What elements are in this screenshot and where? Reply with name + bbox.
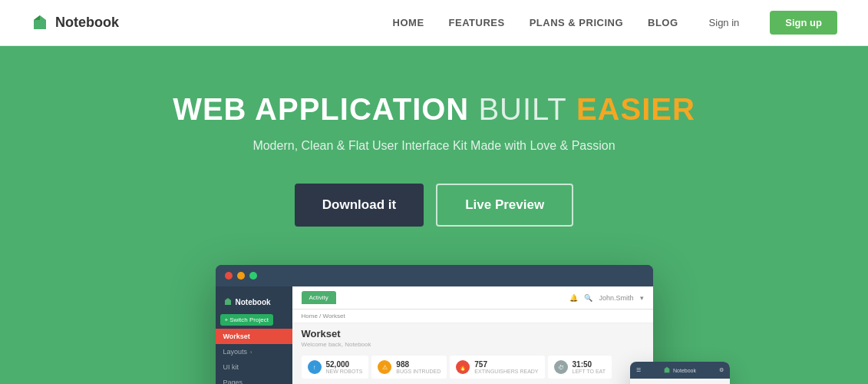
stat-info-0: 52,000 NEW ROBOTS (326, 360, 363, 374)
window-dot-red (225, 272, 233, 280)
brand: Notebook (31, 14, 119, 32)
app-window: Notebook + Switch Project Workset Layout… (216, 265, 653, 384)
sidebar-layouts-label: Layouts (223, 348, 248, 356)
chevron-icon: › (250, 349, 252, 355)
mobile-brand-name: Notebook (673, 368, 696, 373)
stat-icon-1: ⚠ (378, 360, 391, 374)
hamburger-icon: ☰ (636, 367, 641, 373)
stat-card-3: ⏱ 31:50 LEFT TO EAT (548, 356, 612, 379)
tab-bar: Activity (302, 291, 336, 304)
notification-icon: 🔔 (569, 294, 578, 302)
hero-title-part1: WEB APPLICATION (173, 92, 469, 126)
navbar: Notebook HOME FEATURES PLANS & PRICING B… (0, 0, 868, 46)
sidebar-pages-label: Pages (223, 379, 243, 384)
nav-features[interactable]: FEATURES (449, 17, 505, 28)
hero-subtitle: Modern, Clean & Flat User Interface Kit … (252, 139, 615, 153)
mobile-preview: ☰ Notebook ⚙ (630, 362, 730, 384)
stats-row: ↑ 52,000 NEW ROBOTS ⚠ 988 BUGS INTRUDED (292, 353, 653, 382)
hero-section: WEB APPLICATION BUILT EASIER Modern, Cle… (0, 46, 868, 384)
stat-label-1: BUGS INTRUDED (396, 369, 441, 374)
app-preview: Notebook + Switch Project Workset Layout… (216, 265, 653, 384)
app-sidebar: Notebook + Switch Project Workset Layout… (216, 286, 292, 384)
stat-info-3: 31:50 LEFT TO EAT (573, 360, 606, 374)
tab-activity[interactable]: Activity (302, 291, 336, 304)
sidebar-uikit-label: UI kit (223, 363, 239, 371)
sidebar-item-uikit[interactable]: UI kit (216, 359, 292, 375)
sidebar-item-workset[interactable]: Workset (216, 329, 292, 344)
window-dot-green (249, 272, 257, 280)
brand-name: Notebook (55, 15, 119, 31)
stat-number-1: 988 (396, 360, 441, 369)
signin-link[interactable]: Sign in (709, 17, 740, 28)
hero-title-easier: EASIER (576, 92, 695, 126)
workset-subtitle: Welcome back, Notebook (292, 341, 653, 353)
hero-title: WEB APPLICATION BUILT EASIER (173, 92, 695, 127)
stat-icon-2: 🔥 (456, 360, 470, 374)
sidebar-brand: Notebook (216, 293, 292, 311)
nav-blog[interactable]: BLOG (648, 17, 678, 28)
user-chevron-icon: ▾ (640, 294, 644, 302)
download-button[interactable]: Download it (295, 184, 424, 227)
nav-home[interactable]: HOME (393, 17, 424, 28)
brand-logo-icon (31, 14, 49, 32)
breadcrumb: Home / Workset (292, 310, 653, 323)
stat-number-0: 52,000 (326, 360, 363, 369)
topbar-icons: 🔔 🔍 John.Smith ▾ (569, 294, 643, 302)
stat-info-1: 988 BUGS INTRUDED (396, 360, 441, 374)
window-titlebar (216, 265, 653, 286)
mobile-body (630, 379, 730, 384)
stat-icon-0: ↑ (308, 360, 322, 374)
nav-plans[interactable]: PLANS & PRICING (530, 17, 623, 28)
add-icon: + (225, 316, 229, 323)
main-topbar: Activity 🔔 🔍 John.Smith ▾ (292, 286, 653, 310)
stat-number-3: 31:50 (573, 360, 606, 369)
stat-label-0: NEW ROBOTS (326, 369, 363, 374)
stat-label-3: LEFT TO EAT (573, 369, 606, 374)
signup-button[interactable]: Sign up (770, 11, 837, 35)
mobile-topbar: ☰ Notebook ⚙ (630, 362, 730, 379)
mobile-settings-icon: ⚙ (719, 367, 724, 373)
hero-buttons: Download it Live Preview (295, 184, 573, 227)
sidebar-add-label: Switch Project (229, 316, 269, 323)
live-preview-button[interactable]: Live Preview (436, 184, 573, 227)
sidebar-item-pages[interactable]: Pages (216, 375, 292, 384)
stat-card-1: ⚠ 988 BUGS INTRUDED (371, 356, 447, 379)
stat-card-0: ↑ 52,000 NEW ROBOTS (302, 356, 369, 379)
hero-title-built: BUILT (478, 92, 566, 126)
main-content: Activity 🔔 🔍 John.Smith ▾ Home / Workset… (292, 286, 653, 384)
user-avatar: John.Smith (599, 294, 633, 302)
svg-marker-3 (665, 367, 670, 373)
stat-icon-3: ⏱ (554, 360, 568, 374)
svg-marker-2 (225, 298, 231, 305)
stat-number-2: 757 (474, 360, 538, 369)
sidebar-logo-icon (223, 297, 233, 306)
workset-title: Workset (292, 323, 653, 341)
nav-links: HOME FEATURES PLANS & PRICING BLOG Sign … (393, 11, 837, 35)
mobile-brand: Notebook (663, 366, 696, 374)
mobile-logo-icon (663, 366, 671, 374)
window-dot-yellow (237, 272, 245, 280)
sidebar-item-layouts[interactable]: Layouts › (216, 344, 292, 359)
stat-info-2: 757 EXTINGUISHERS READY (474, 360, 538, 374)
window-body: Notebook + Switch Project Workset Layout… (216, 286, 653, 384)
sidebar-add-button[interactable]: + Switch Project (220, 314, 273, 326)
sidebar-brand-name: Notebook (236, 298, 271, 306)
search-icon: 🔍 (584, 294, 592, 302)
svg-marker-1 (34, 15, 40, 20)
stat-label-2: EXTINGUISHERS READY (474, 369, 538, 374)
stat-card-2: 🔥 757 EXTINGUISHERS READY (450, 356, 544, 379)
